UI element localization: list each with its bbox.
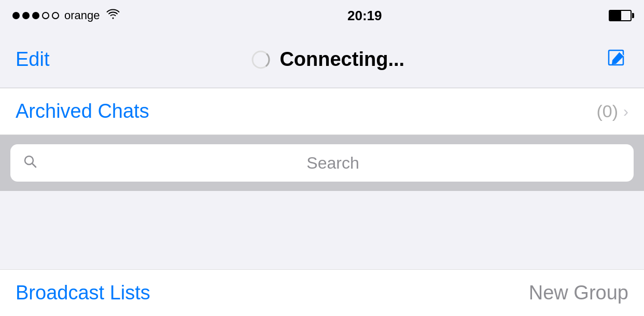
nav-title: Connecting...	[279, 48, 404, 71]
signal-dot-1	[12, 12, 20, 19]
chevron-right-icon: ›	[623, 103, 628, 120]
signal-dot-4	[42, 12, 49, 19]
archived-chats-label: Archived Chats	[16, 100, 149, 122]
new-group-button[interactable]: New Group	[529, 282, 628, 304]
nav-bar: Edit Connecting...	[0, 31, 644, 88]
search-icon	[23, 154, 37, 173]
archived-chats-right: (0) ›	[596, 101, 628, 121]
svg-point-2	[25, 156, 33, 164]
archived-chats-row[interactable]: Archived Chats (0) ›	[0, 88, 644, 135]
search-bar	[10, 144, 634, 182]
connecting-spinner	[250, 49, 271, 70]
search-input[interactable]	[45, 154, 621, 173]
battery-icon	[609, 10, 632, 21]
battery-area	[609, 10, 632, 21]
carrier-name: orange	[64, 9, 100, 22]
status-bar: orange 20:19	[0, 0, 644, 31]
signal-dot-2	[22, 12, 30, 19]
edit-button[interactable]: Edit	[16, 48, 49, 71]
nav-center: Connecting...	[250, 48, 404, 71]
wifi-icon	[105, 8, 121, 23]
signal-dot-5	[52, 12, 59, 19]
time-display: 20:19	[347, 8, 382, 24]
search-section	[0, 135, 644, 191]
broadcast-lists-button[interactable]: Broadcast Lists	[16, 282, 150, 304]
archived-chats-count: (0)	[596, 101, 618, 121]
compose-button[interactable]	[606, 47, 628, 72]
signal-strength	[12, 12, 59, 19]
battery-fill	[610, 11, 621, 20]
signal-dot-3	[32, 12, 39, 19]
bottom-bar: Broadcast Lists New Group	[0, 269, 644, 316]
status-left: orange	[12, 8, 121, 23]
